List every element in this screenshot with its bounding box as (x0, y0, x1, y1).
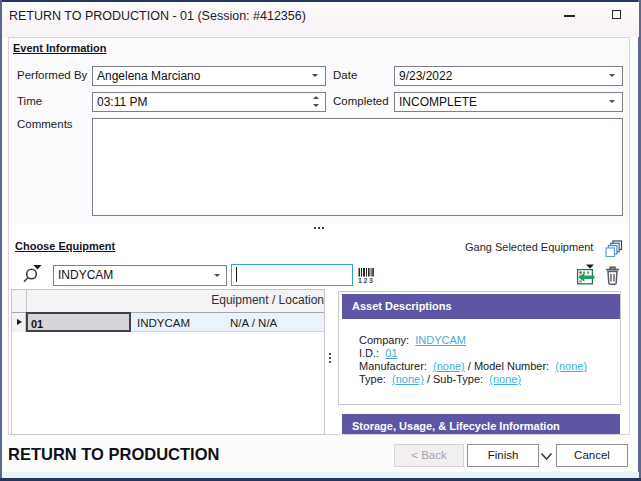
svg-text:123: 123 (358, 277, 374, 284)
